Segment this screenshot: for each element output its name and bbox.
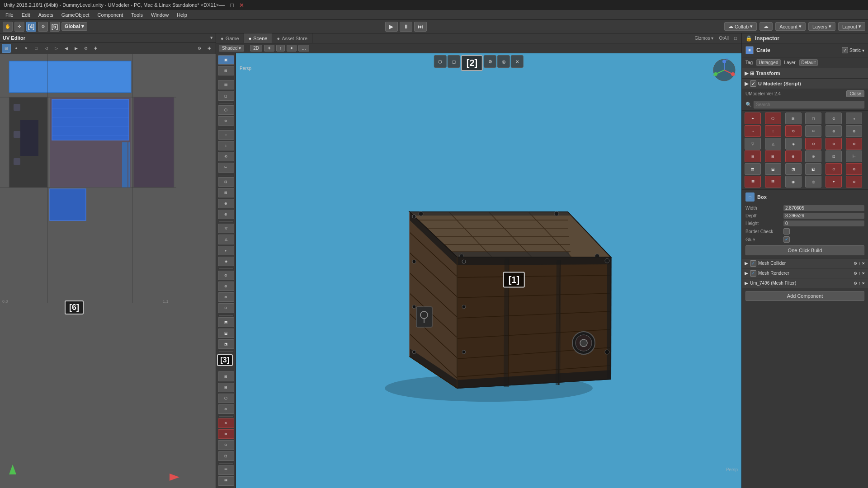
uv-tool-prev[interactable]: ◁ <box>42 44 51 53</box>
tool-cell-6-6[interactable]: ⊛ <box>846 176 862 188</box>
um-tool-6[interactable]: ✂ <box>218 163 234 172</box>
uv-tool-add2[interactable]: ✚ <box>205 44 214 53</box>
scene-extra-btn[interactable]: … <box>298 45 309 52</box>
uv-tool-next[interactable]: ▷ <box>52 44 61 53</box>
minimize-btn[interactable]: — <box>219 2 225 9</box>
close-btn[interactable]: ✕ <box>239 2 244 9</box>
play-btn[interactable]: ▶ <box>385 22 398 32</box>
um-obj-btn[interactable]: ◻ <box>218 91 234 100</box>
uv-canvas[interactable]: 0,0 1,1 [6] <box>0 54 216 488</box>
umodeler-enabled-checkbox[interactable]: ✓ <box>750 80 756 87</box>
um-tool-10[interactable]: ⊗ <box>218 210 234 219</box>
static-checkbox[interactable]: ✓ <box>842 47 848 53</box>
um-tool-13[interactable]: ⬧ <box>218 246 234 255</box>
tool-cell-3-4[interactable]: ⊙ <box>805 138 821 150</box>
tool-cell-5-1[interactable]: ⬒ <box>745 163 761 175</box>
search-input[interactable] <box>754 101 864 108</box>
static-dropdown-icon[interactable]: ▾ <box>862 48 864 53</box>
tool-cell-2-5[interactable]: ⊕ <box>826 125 842 137</box>
inspector-lock-icon[interactable]: 🔒 <box>745 35 752 42</box>
tool-cell-5-3[interactable]: ⬔ <box>785 163 802 175</box>
um-tool-7[interactable]: ⊟ <box>218 177 234 187</box>
viewport[interactable]: ▣ ⊞ ▤ ◻ ⬡ ⊕ ↔ ↕ ⟲ ✂ ⊟ ⊞ ⊕ ⊗ ▽ <box>216 53 741 488</box>
tool-cell-1-6[interactable]: ⬧ <box>846 113 862 124</box>
cloud-btn[interactable]: ☁ <box>760 22 773 31</box>
depth-input[interactable] <box>783 213 864 219</box>
tag-dropdown[interactable]: Untagged <box>756 59 780 66</box>
tool-cell-3-5[interactable]: ⊛ <box>826 138 842 150</box>
tool-cell-4-2[interactable]: ⊞ <box>765 150 781 162</box>
tool-cell-3-6[interactable]: ⊜ <box>846 138 862 150</box>
um-tool-11[interactable]: ▽ <box>218 224 234 233</box>
um-tool-28[interactable]: ⊙ <box>218 440 234 450</box>
um-face-btn[interactable]: ▤ <box>218 80 234 89</box>
uv-tool-back[interactable]: ◀ <box>61 44 71 53</box>
um-tool-12[interactable]: △ <box>218 235 234 244</box>
mesh-renderer-enabled[interactable] <box>750 270 756 277</box>
add-component-btn[interactable]: Add Component <box>745 291 864 301</box>
um-vertex-btn[interactable]: ▣ <box>218 55 234 65</box>
menu-gameobject[interactable]: GameObject <box>58 11 93 19</box>
tool-cell-3-2[interactable]: △ <box>765 138 781 150</box>
um-tool-26[interactable]: ✕ <box>218 418 234 428</box>
tool-cell-2-2[interactable]: ↕ <box>765 125 781 137</box>
tool-cell-1-1[interactable]: ✦ <box>745 113 761 124</box>
tool-cell-4-4[interactable]: ⊙ <box>805 150 821 162</box>
effects-btn[interactable]: ✦ <box>287 45 297 52</box>
object-name[interactable]: Crate <box>756 47 839 53</box>
toolbar-transform4-btn[interactable]: [4] <box>26 22 36 32</box>
camera-btn[interactable]: ◎ <box>497 55 510 68</box>
umodeler-close-btn[interactable]: Close <box>846 90 864 97</box>
global-dropdown[interactable]: Global ▾ <box>61 22 87 31</box>
tool-cell-2-6[interactable]: ⊗ <box>846 125 862 137</box>
um-tool-14[interactable]: ◈ <box>218 257 234 266</box>
close-view-btn[interactable]: ✕ <box>511 55 524 68</box>
account-dropdown[interactable]: Account ▾ <box>775 22 806 31</box>
toolbar-hand-btn[interactable]: ✋ <box>3 22 13 32</box>
uv-tool-settings[interactable]: ⚙ <box>81 44 90 53</box>
um-tool-24[interactable]: ⬡ <box>218 394 234 403</box>
uv-tool-square[interactable]: □ <box>32 44 41 53</box>
2d-toggle[interactable]: 2D <box>250 45 262 52</box>
tool-cell-1-2[interactable]: ⬡ <box>765 113 781 124</box>
um-tool-18[interactable]: ⊝ <box>218 303 234 313</box>
um-tool-3[interactable]: ↔ <box>218 130 234 140</box>
menu-component[interactable]: Component <box>94 11 127 19</box>
um-tool-31[interactable]: ☷ <box>218 476 234 486</box>
menu-tools[interactable]: Tools <box>127 11 146 19</box>
menu-edit[interactable]: Edit <box>18 11 34 19</box>
glue-checkbox[interactable] <box>783 236 790 243</box>
menu-window[interactable]: Window <box>147 11 172 19</box>
tool-cell-3-3[interactable]: ◈ <box>785 138 802 150</box>
tool-cell-4-5[interactable]: ⊡ <box>826 150 842 162</box>
tool-cell-5-6[interactable]: ⊚ <box>846 163 862 175</box>
um-tool-21[interactable]: ⬔ <box>218 339 234 349</box>
collab-btn[interactable]: ☁ Collab ▾ <box>724 22 757 31</box>
uv-tool-grid[interactable]: ⊞ <box>2 44 11 53</box>
um-tool-8[interactable]: ⊞ <box>218 188 234 197</box>
tool-cell-2-3[interactable]: ⟲ <box>785 125 802 137</box>
um-tool-29[interactable]: ⊡ <box>218 451 234 461</box>
uv-editor-collapse[interactable]: ▾ <box>210 35 213 41</box>
one-click-build-btn[interactable]: One-Click Build <box>745 245 864 255</box>
tool-cell-4-1[interactable]: ⊟ <box>745 150 761 162</box>
settings-cog-btn[interactable]: ⚙ <box>484 55 496 68</box>
tool-cell-2-1[interactable]: ↔ <box>745 125 761 137</box>
um-tool-16[interactable]: ⊛ <box>218 282 234 291</box>
uv-tool-star[interactable]: ✦ <box>12 44 21 53</box>
uv-tool-close[interactable]: ✕ <box>22 44 31 53</box>
layout-dropdown[interactable]: Layout ▾ <box>838 22 865 31</box>
tool-cell-2-4[interactable]: ✂ <box>805 125 821 137</box>
window-controls[interactable]: — □ ✕ <box>219 2 244 9</box>
um-tool-1[interactable]: ⬡ <box>218 105 234 115</box>
uv-tool-add[interactable]: ✚ <box>91 44 100 53</box>
tool-cell-4-3[interactable]: ⊕ <box>785 150 802 162</box>
um-tool-20[interactable]: ⬓ <box>218 328 234 338</box>
mesh-renderer-row[interactable]: ▶ Mesh Renderer ⚙ ↑ ✕ <box>742 268 868 278</box>
um-tool-19[interactable]: ⬒ <box>218 317 234 327</box>
toolbar-transform5-btn[interactable]: [5] <box>50 22 60 32</box>
tool-cell-6-3[interactable]: ◉ <box>785 176 802 188</box>
cube-face-btn[interactable]: ⬡ <box>434 55 447 68</box>
um-tool-5[interactable]: ⟲ <box>218 152 234 161</box>
tab-game[interactable]: ● Game <box>216 33 244 43</box>
